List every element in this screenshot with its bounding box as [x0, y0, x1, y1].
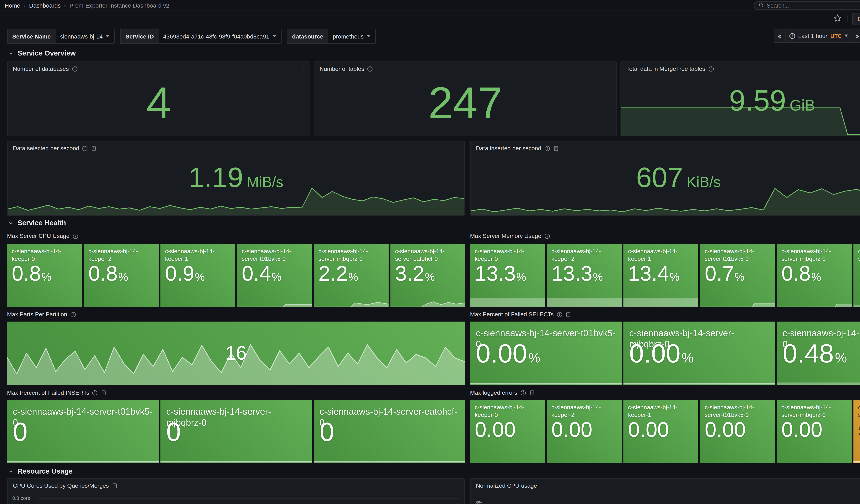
panel-links-icon[interactable]: [91, 145, 97, 151]
stat-tile-mem-server-t01bvk5[interactable]: c-siennaaws-bj-14-server-t01bvk5-0 0.7%: [700, 244, 775, 307]
panel-data-selected-per-second[interactable]: Data selected per second 1.19 MiB/s: [7, 141, 465, 216]
stat-tile-mem-keeper-2[interactable]: c-siennaaws-bj-14-keeper-2 13.3%: [547, 244, 621, 307]
panel-data-inserted-per-second[interactable]: Data inserted per second 607 KiB/s: [470, 141, 860, 216]
edit-button[interactable]: Edit: [852, 13, 860, 25]
panel-cpu-cores-queries-merges[interactable]: CPU Cores Used by Queries/Merges 0.3 cor…: [7, 478, 465, 504]
search-input[interactable]: Search... ⌘+k: [754, 1, 860, 10]
stat-tile-cpu-server-mjbqbrz[interactable]: c-siennaaws-bj-14-server-mjbqbrz-0 2.2%: [314, 244, 389, 307]
stat-tile-value: 0.00: [476, 340, 527, 367]
panel-links-icon[interactable]: [553, 145, 559, 151]
info-icon[interactable]: [72, 66, 77, 72]
stat-tile-cpu-server-t01bvk5[interactable]: c-siennaaws-bj-14-server-t01bvk5-0 0.4%: [237, 244, 312, 307]
panel-total-mergetree-data[interactable]: Total data in MergeTree tables 9.59 GiB: [620, 61, 860, 136]
stat-tile-inserts-mjbqbrz[interactable]: c-siennaaws-bj-14-server-mjbqbrz-0 0: [160, 400, 312, 463]
breadcrumb-dashboards[interactable]: Dashboards: [29, 2, 60, 9]
stat-tile-value: 0: [166, 418, 181, 445]
stat-tile-label: c-siennaaws-bj-14-keeper-2: [547, 400, 621, 419]
stat-tile-mem-server-mjbqbrz[interactable]: c-siennaaws-bj-14-server-mjbqbrz-0 0.8%: [777, 244, 852, 307]
stat-tile-mem-keeper-1[interactable]: c-siennaaws-bj-14-keeper-1 13.4%: [623, 244, 698, 307]
panel-number-of-databases[interactable]: Number of databases ⋮ 4: [7, 61, 310, 136]
stat-tile-selects-t01bvk5[interactable]: c-siennaaws-bj-14-server-t01bvk5-0 0.00%: [470, 322, 621, 385]
info-icon[interactable]: [72, 233, 78, 239]
info-icon[interactable]: [70, 311, 76, 317]
stat-tile-cpu-server-eatohcf[interactable]: c-siennaaws-bj-14-server-eatohcf-0 3.2%: [390, 244, 465, 307]
panel-max-logged-errors-header: Max logged errors: [470, 389, 535, 396]
stat-tile-label: c-siennaaws-bj-14-keeper-2: [84, 244, 159, 263]
stat-tile-errors-server-mjbqbrz[interactable]: c-siennaaws-bj-14-server-mjbqbrz-0 0.00: [777, 400, 852, 463]
variable-service-name[interactable]: Service Name siennaaws-bj-14: [7, 29, 115, 44]
info-icon[interactable]: [82, 145, 88, 151]
stat-value: 9.59: [729, 86, 786, 115]
stat-tile-label: c-siennaaws-bj-14-server-mjbqbrz-0: [777, 400, 852, 419]
stat-unit: KiB/s: [686, 175, 721, 190]
stat-tile-errors-keeper-0[interactable]: c-siennaaws-bj-14-keeper-0 0.00: [470, 400, 545, 463]
stat-tile-value: 0.00: [705, 419, 746, 440]
stat-tile-label: c-siennaaws-bj-14-server-t01bvk5-0: [237, 244, 312, 263]
y-axis-label: 3%: [475, 500, 483, 504]
panel-title: Number of databases: [13, 65, 69, 72]
panel-title: Max Percent of Failed SELECTs: [470, 311, 554, 317]
stat-tile-mem-server-eatohcf[interactable]: c-siennaaws-bj-14-server-eatohcf-0 1.4%: [854, 244, 860, 307]
info-icon[interactable]: [557, 311, 562, 317]
stat-tile-label: c-siennaaws-bj-14-server-t01bvk5-0: [7, 400, 159, 429]
panel-links-icon[interactable]: [112, 483, 118, 489]
time-shift-forward-button[interactable]: »: [852, 29, 860, 43]
info-icon[interactable]: [367, 66, 373, 72]
kebab-menu-icon[interactable]: ⋮: [300, 64, 306, 72]
chevron-down-icon: [273, 35, 276, 38]
stat-tile-label: c-siennaaws-bj-14-server-t01bvk5-0: [700, 244, 775, 263]
info-icon[interactable]: [708, 66, 714, 72]
chevron-down-icon: [8, 50, 14, 56]
stat-tile-value: 0.8: [782, 263, 811, 284]
breadcrumb-current: Prom-Exporter Instance Dashboard v2: [70, 2, 169, 9]
panel-number-of-tables[interactable]: Number of tables 247: [314, 61, 617, 136]
variable-datasource[interactable]: datasource prometheus: [287, 29, 376, 44]
top-nav-bar: Home › Dashboards › Prom-Exporter Instan…: [0, 0, 860, 11]
variable-value: siennaaws-bj-14: [60, 33, 103, 39]
panel-normalized-cpu-usage[interactable]: Normalized CPU usage 3%: [470, 478, 860, 504]
stat-tile-cpu-keeper-0[interactable]: c-siennaaws-bj-14-keeper-0 0.8%: [7, 244, 82, 307]
edit-button-label: Edit: [857, 16, 860, 22]
time-range-picker[interactable]: Last 1 hour UTC: [785, 29, 852, 43]
stat-tile-value: 0.8: [88, 263, 118, 284]
variable-service-id[interactable]: Service ID 43693ed4-a71c-43fc-93f9-f04a0…: [120, 29, 282, 44]
panel-links-icon[interactable]: [101, 390, 107, 396]
stat-tile-cpu-keeper-2[interactable]: c-siennaaws-bj-14-keeper-2 0.8%: [84, 244, 159, 307]
y-axis-label: 0.3 core: [12, 495, 30, 501]
double-chevron-right-icon: »: [856, 32, 859, 39]
variable-label: Service Name: [8, 29, 55, 43]
info-icon[interactable]: [92, 390, 98, 396]
stat-tile-mem-keeper-0[interactable]: c-siennaaws-bj-14-keeper-0 13.3%: [470, 244, 545, 307]
stat-tile-inserts-eatohcf[interactable]: c-siennaaws-bj-14-server-eatohcf-0 0: [314, 400, 465, 463]
stat-tile-cpu-keeper-1[interactable]: c-siennaaws-bj-14-keeper-1 0.9%: [160, 244, 235, 307]
stat-tile-errors-server-eatohcf[interactable]: c-siennaaws-bj-14-server-eatohcf-0 5.00: [854, 400, 860, 463]
info-icon[interactable]: [544, 145, 550, 151]
stat-tile-selects-mjbqbrz[interactable]: c-siennaaws-bj-14-server-mjbqbrz-0 0.00%: [623, 322, 775, 385]
breadcrumb-home[interactable]: Home: [5, 2, 20, 9]
panel-links-icon[interactable]: [529, 390, 535, 396]
stat-tile-errors-keeper-1[interactable]: c-siennaaws-bj-14-keeper-1 0.00: [623, 400, 698, 463]
info-icon[interactable]: [520, 390, 526, 396]
stat-value: 4: [146, 80, 171, 125]
section-service-health[interactable]: Service Health: [8, 219, 66, 227]
panel-header: Data selected per second: [8, 142, 464, 151]
search-placeholder: Search...: [767, 2, 789, 9]
stat-tile-selects-eatohcf[interactable]: c-siennaaws-bj-14-server-eatohcf-0 0.48%: [777, 322, 860, 385]
stat-tile-label: c-siennaaws-bj-14-server-mjbqbrz-0: [777, 244, 852, 263]
panel-links-icon[interactable]: [565, 311, 571, 317]
stat-tile-label: c-siennaaws-bj-14-keeper-1: [623, 400, 698, 419]
stat-tile-errors-server-t01bvk5[interactable]: c-siennaaws-bj-14-server-t01bvk5-0 0.00: [700, 400, 775, 463]
stat-tile-inserts-t01bvk5[interactable]: c-siennaaws-bj-14-server-t01bvk5-0 0: [7, 400, 159, 463]
panel-header: Number of databases: [8, 62, 310, 72]
stat-unit: GiB: [790, 98, 815, 113]
section-resource-usage[interactable]: Resource Usage: [8, 467, 73, 475]
time-shift-back-button[interactable]: «: [774, 29, 785, 43]
stat-tile-max-parts[interactable]: 16: [7, 322, 465, 385]
stat-tile-value: 0.7: [705, 263, 734, 284]
star-button[interactable]: [833, 14, 842, 25]
section-service-overview[interactable]: Service Overview: [8, 49, 76, 57]
panel-title: Total data in MergeTree tables: [626, 65, 705, 72]
stat-tile-errors-keeper-2[interactable]: c-siennaaws-bj-14-keeper-2 0.00: [547, 400, 621, 463]
double-chevron-left-icon: «: [778, 32, 781, 39]
info-icon[interactable]: [544, 233, 550, 239]
